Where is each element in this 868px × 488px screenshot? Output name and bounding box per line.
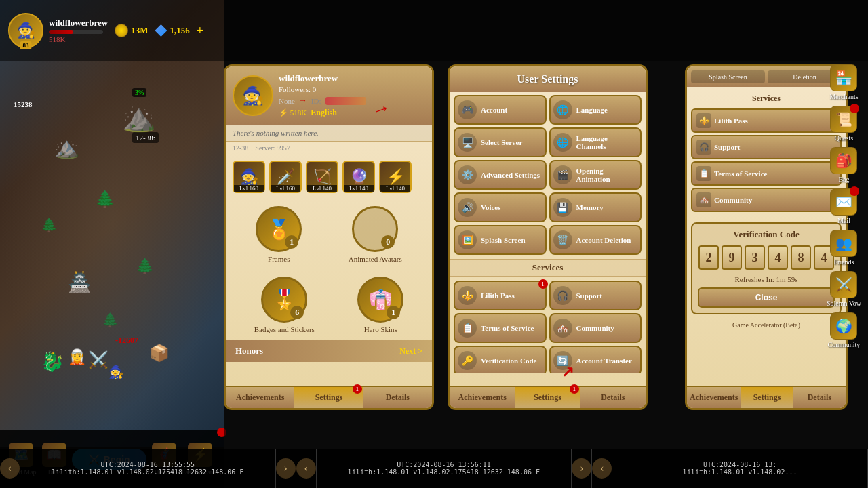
verify-lilith-pass-btn[interactable]: ⚜️ Lilith Pass 1 (691, 108, 842, 133)
voices-label: Voices (481, 203, 501, 211)
gold-display[interactable]: 13M (115, 24, 148, 37)
status-time-2: UTC:2024-08-16 13:56:11 (397, 461, 490, 468)
lilith-pass-icon: ⚜️ (458, 286, 477, 305)
panel-header: 🧙 wildflowerbrew Followers: 0 None → ID:… (226, 66, 432, 125)
honors-footer: Honors Next > (226, 340, 432, 362)
status-info-1: lilith:1.148.01 v1.148.02.175418 12632 1… (52, 468, 243, 476)
digit-3: 3 (745, 245, 765, 270)
advanced-settings-button[interactable]: ⚙️ Advanced Settings (454, 160, 547, 190)
next-button[interactable]: Next > (399, 346, 422, 357)
support-button[interactable]: 🎧 Support (549, 281, 642, 310)
frames-collectible[interactable]: 🏅1 Frames (256, 206, 302, 263)
opening-animation-label: Opening Animation (576, 167, 638, 183)
account-transfer-label: Account Transfer (576, 357, 632, 365)
terms-button[interactable]: 📋 Terms of Service (454, 313, 547, 343)
right-arrow-icon-2: › (572, 458, 591, 479)
verify-community-btn[interactable]: 🏘️ Community (691, 188, 842, 212)
verification-code-box: Verification Code 2 9 3 4 8 4 Refreshes … (691, 222, 842, 314)
animated-avatars-collectible[interactable]: 0 Animated Avatars (349, 206, 402, 263)
settings-tab-settings[interactable]: Settings 1 ↗ (515, 386, 580, 408)
nav-arrow-left-2[interactable]: ‹ (296, 449, 317, 488)
opening-animation-button[interactable]: 🎬 Opening Animation (549, 160, 642, 190)
verify-community-icon: 🏘️ (696, 192, 711, 207)
verification-code-title: Verification Code (698, 229, 835, 240)
nav-arrow-right-2[interactable]: › (572, 449, 592, 488)
gems-display[interactable]: 1,156 (155, 24, 189, 37)
account-deletion-button[interactable]: 🗑️ Account Deletion (549, 225, 642, 255)
player-avatar-area[interactable]: 🧙 83 wildflowerbrew 518K (8, 13, 108, 48)
verify-tab-achievements[interactable]: Achievements (687, 386, 741, 408)
language-button[interactable]: 🌐 Language (549, 95, 642, 125)
player-panel-tabs: Achievements Settings 1 Details (226, 386, 432, 408)
sidebar-item-friends[interactable]: 👥 Friends (827, 230, 861, 266)
verify-support-label: Support (714, 143, 741, 151)
tab-details[interactable]: Details (363, 386, 432, 408)
voices-button[interactable]: 🔊 Voices (454, 192, 547, 222)
char-3[interactable]: 🏹Lvl 140 (306, 161, 338, 193)
sidebar-item-community[interactable]: 🌍 Community (827, 312, 861, 348)
bag-icon: 🎒 (830, 147, 857, 174)
services-title: Services (450, 259, 646, 277)
account-transfer-button[interactable]: 🔄 Account Transfer (549, 346, 642, 373)
avatar[interactable]: 🧙 83 (8, 13, 43, 48)
status-bar: ‹ UTC:2024-08-16 13:55:55 lilith:1.148.0… (0, 449, 868, 488)
gold-amount: 13M (131, 25, 148, 36)
mail-icon: ✉️ (830, 188, 857, 216)
hero-skins-label: Hero Skins (364, 325, 397, 333)
lilith-pass-label: Lilith Pass (481, 291, 515, 300)
terms-icon: 📋 (458, 319, 477, 338)
frames-icon: 🏅1 (256, 206, 302, 252)
community-button[interactable]: 🏘️ Community (549, 313, 642, 343)
tab-settings-label: Settings (315, 392, 343, 402)
nav-arrow-left-1[interactable]: ‹ (0, 449, 20, 488)
status-info-3: lilith:1.148.01 v1.148.02... (683, 468, 797, 476)
char-1[interactable]: 🧙Lvl 160 (233, 161, 265, 193)
select-server-button[interactable]: 🖥️ Select Server (454, 127, 547, 157)
verify-terms-btn[interactable]: 📋 Terms of Service (691, 161, 842, 186)
power-display: 518K (49, 35, 108, 43)
sidebar-item-merchants[interactable]: 🏪 Merchants (827, 64, 861, 100)
language-channels-button[interactable]: 🌐 Language Channels (549, 127, 642, 157)
sidebar-item-mail[interactable]: ✉️ Mail (827, 188, 861, 224)
sidebar-item-quests[interactable]: 📜 Quests (827, 106, 861, 142)
verify-support-btn[interactable]: 🎧 Support (691, 135, 842, 159)
memory-button[interactable]: 💾 Memory (549, 192, 642, 222)
verify-terms-label: Terms of Service (714, 169, 767, 178)
char-5[interactable]: ⚡Lvl 140 (379, 161, 412, 193)
sidebar-item-solemn-vow[interactable]: ⚔️ Solemn Vow (827, 271, 861, 307)
id-label: ID: (311, 97, 321, 105)
digit-4: 4 (768, 245, 788, 270)
verify-tab-settings[interactable]: Settings (741, 386, 793, 408)
tab-settings[interactable]: Settings 1 (294, 386, 363, 408)
splash-screen-button[interactable]: 🖼️ Splash Screen (454, 225, 547, 255)
settings-tab-details[interactable]: Details (580, 386, 646, 408)
server-info: 12-38 Server: 9957 (226, 142, 432, 155)
close-button[interactable]: Close (698, 287, 835, 308)
settings-tab-achievements[interactable]: Achievements (450, 386, 515, 408)
splash-screen-mini-btn[interactable]: Splash Screen (691, 70, 765, 83)
hero-skins-collectible[interactable]: 👘1 Hero Skins (357, 277, 403, 333)
nav-arrow-right-1[interactable]: › (276, 449, 296, 488)
game-map: ⛰️ 🏔️ 🌲 🌲 🏯 🌲 🌲 🐉 🧝 ⚔️ 🧙 📦 -12607 15238 … (0, 0, 224, 447)
account-button[interactable]: 🎮 Account (454, 95, 547, 125)
verify-tab-details[interactable]: Details (793, 386, 846, 408)
status-segment-3: UTC:2024-08-16 13: lilith:1.148.01 v1.14… (612, 449, 868, 488)
char-2[interactable]: 🗡️Lvl 160 (269, 161, 302, 193)
badges-collectible[interactable]: 🎖️6 Badges and Stickers (254, 277, 315, 333)
settings-title: User Settings (456, 73, 639, 85)
digit-1: 2 (698, 245, 719, 270)
community-settings-label: Community (576, 324, 614, 332)
friends-label: Friends (833, 258, 854, 266)
panel-player-name: wildflowerbrew (279, 73, 425, 84)
add-currency-button[interactable]: + (197, 24, 203, 38)
verification-code-button[interactable]: 🔑 Verification Code (454, 346, 547, 373)
char-4[interactable]: 🔮Lvl 140 (342, 161, 375, 193)
lilith-pass-button[interactable]: ⚜️ Lilith Pass 1 (454, 281, 547, 310)
advanced-settings-label: Advanced Settings (481, 171, 540, 179)
mail-badge (850, 186, 859, 196)
nav-arrow-left-3[interactable]: ‹ (592, 449, 612, 488)
digit-2: 9 (722, 245, 742, 270)
tab-achievements[interactable]: Achievements (226, 386, 294, 408)
sidebar-item-bag[interactable]: 🎒 Bag (827, 147, 861, 183)
collectibles-row-2: 🎖️6 Badges and Stickers 👘1 Hero Skins (226, 270, 432, 340)
